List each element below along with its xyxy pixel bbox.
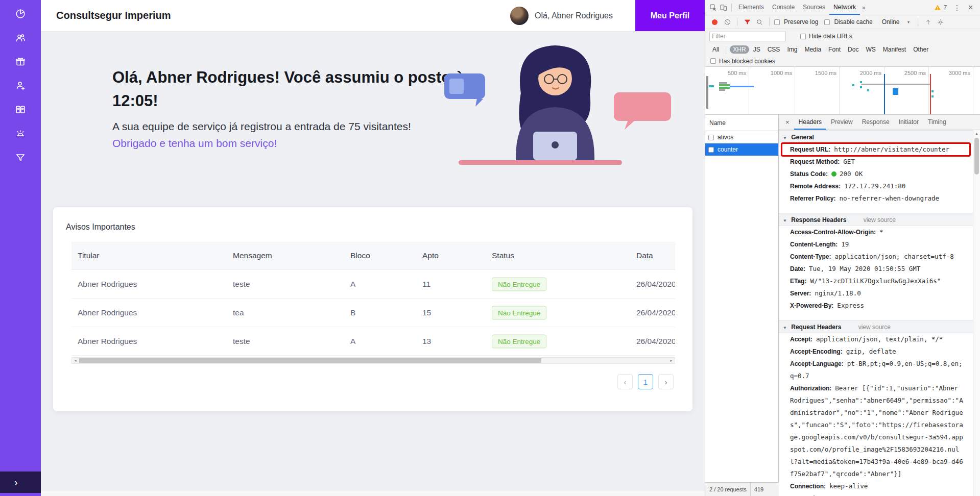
scroll-right-icon[interactable]: ► <box>668 358 675 363</box>
scroll-up-icon[interactable]: ▲ <box>973 130 980 137</box>
pagination: ‹ 1 › <box>617 374 674 389</box>
funnel-icon[interactable] <box>15 152 26 163</box>
header-row: Accept-Language:pt-BR,pt;q=0.9,en-US;q=0… <box>779 358 973 382</box>
person-add-icon[interactable] <box>15 80 26 91</box>
disable-cache-checkbox[interactable] <box>824 19 830 25</box>
filter-icon[interactable] <box>742 17 752 27</box>
table-row[interactable]: Abner Rodrigues teste A 13 Não Entregue … <box>71 327 675 356</box>
scrollbar-thumb[interactable] <box>79 358 541 363</box>
col-data: Data <box>636 251 653 260</box>
header-row: Content-Type:application/json; charset=u… <box>779 251 973 263</box>
devtools-tab-sources[interactable]: Sources <box>799 0 829 15</box>
search-icon[interactable] <box>754 17 764 27</box>
table-horizontal-scrollbar[interactable]: ◄ ► <box>71 357 675 364</box>
type-filter-ws[interactable]: WS <box>863 45 878 54</box>
network-overview-timeline[interactable]: 500 ms 1000 ms 1500 ms 2000 ms 2500 ms 3… <box>705 67 980 115</box>
col-titular: Titular <box>78 251 100 260</box>
section-request-headers[interactable]: ▼ Request Headers view source <box>779 320 973 333</box>
pagination-prev-button[interactable]: ‹ <box>617 374 633 389</box>
has-blocked-cookies-checkbox[interactable] <box>710 58 716 64</box>
user-avatar[interactable] <box>510 7 529 25</box>
requests-name-column-header[interactable]: Name <box>705 115 778 131</box>
scroll-left-icon[interactable]: ◄ <box>72 358 79 363</box>
triangle-down-icon: ▼ <box>783 136 787 140</box>
header-row: ETag:W/"13-zcDT1iLK7DgxlucRwGgJexXai6s" <box>779 275 973 287</box>
inspect-element-icon[interactable] <box>708 3 719 13</box>
details-scrollbar[interactable]: ▲ <box>973 130 980 496</box>
request-checkbox[interactable] <box>708 135 714 140</box>
devtools-close-icon[interactable]: ✕ <box>964 4 977 11</box>
more-tabs-icon[interactable]: » <box>860 4 868 11</box>
requests-transferred: 419 <box>754 486 763 492</box>
sidebar-expand-button[interactable]: › <box>0 472 41 493</box>
guide-book-icon[interactable] <box>15 104 26 115</box>
devtools-tab-console[interactable]: Console <box>768 0 799 15</box>
chevron-down-icon: ▼ <box>906 20 910 24</box>
pie-chart-icon[interactable] <box>15 8 26 19</box>
pagination-next-button[interactable]: › <box>658 374 674 389</box>
page-scrollbar-strip[interactable] <box>41 490 705 496</box>
pagination-page-1[interactable]: 1 <box>638 374 653 389</box>
cell-apto: 13 <box>422 337 431 346</box>
waterfall-bar <box>719 84 730 86</box>
network-filter-input[interactable] <box>709 32 786 41</box>
team-icon[interactable] <box>15 32 26 43</box>
siren-icon[interactable] <box>15 128 26 139</box>
waterfall-dot <box>860 86 862 88</box>
details-close-icon[interactable]: × <box>781 118 794 126</box>
clear-icon[interactable] <box>722 17 732 27</box>
table-row[interactable]: Abner Rodrigues teste A 11 Não Entregue … <box>71 270 675 299</box>
devtools-tab-elements[interactable]: Elements <box>734 0 768 15</box>
preserve-log-label: Preserve log <box>784 18 818 26</box>
scrollbar-thumb[interactable] <box>974 138 979 175</box>
details-tab-headers[interactable]: Headers <box>794 115 826 130</box>
view-source-link[interactable]: view source <box>858 324 891 331</box>
hide-data-urls-label: Hide data URLs <box>809 33 852 40</box>
timeline-tick: 1000 ms <box>749 67 795 115</box>
type-filter-doc[interactable]: Doc <box>845 45 862 54</box>
waterfall-bar <box>893 88 898 95</box>
import-har-icon[interactable] <box>923 17 933 27</box>
gift-icon[interactable] <box>15 56 26 67</box>
section-general[interactable]: ▼ General <box>779 130 973 143</box>
table-row[interactable]: Abner Rodrigues tea B 15 Não Entregue 26… <box>71 299 675 327</box>
type-filter-font[interactable]: Font <box>825 45 844 54</box>
devtools-tab-network[interactable]: Network <box>829 0 860 15</box>
type-filter-xhr[interactable]: XHR <box>730 45 749 54</box>
warning-count: 7 <box>943 4 947 11</box>
details-tab-response[interactable]: Response <box>857 115 894 130</box>
devtools-menu-icon[interactable]: ⋮ <box>950 4 964 12</box>
section-response-headers[interactable]: ▼ Response Headers view source <box>779 213 973 226</box>
device-toolbar-icon[interactable] <box>719 3 729 13</box>
details-tab-preview[interactable]: Preview <box>826 115 857 130</box>
screen: › Consultsegur Imperium Olá, Abner Rodri… <box>0 0 980 496</box>
view-source-link[interactable]: view source <box>864 216 896 224</box>
hide-data-urls-checkbox[interactable] <box>800 34 806 39</box>
request-row-counter[interactable]: counter <box>705 143 778 156</box>
chevron-right-icon: › <box>14 477 18 488</box>
throttling-select[interactable]: Online ▼ <box>882 18 911 26</box>
app-title: Consultsegur Imperium <box>56 10 171 21</box>
profile-button[interactable]: Meu Perfil <box>635 0 705 31</box>
type-filter-js[interactable]: JS <box>750 45 763 54</box>
waterfall-dot <box>852 84 854 86</box>
type-filter-all[interactable]: All <box>709 45 722 54</box>
request-row-ativos[interactable]: ativos <box>705 131 778 143</box>
type-filter-media[interactable]: Media <box>801 45 824 54</box>
details-tab-timing[interactable]: Timing <box>923 115 951 130</box>
waterfall-bar <box>719 89 725 91</box>
type-filter-other[interactable]: Other <box>910 45 931 54</box>
request-checkbox[interactable] <box>708 147 714 153</box>
network-settings-icon[interactable] <box>935 17 945 27</box>
record-icon[interactable] <box>712 19 718 25</box>
console-warnings-badge[interactable]: 7 <box>934 4 947 11</box>
type-filter-css[interactable]: CSS <box>764 45 783 54</box>
details-tab-initiator[interactable]: Initiator <box>894 115 923 130</box>
type-filter-manifest[interactable]: Manifest <box>880 45 909 54</box>
preserve-log-checkbox[interactable] <box>774 19 780 25</box>
section-title: General <box>791 134 814 141</box>
devtools-panel: Elements Console Sources Network » 7 ⋮ ✕ <box>705 0 980 496</box>
col-mensagem: Mensagem <box>233 251 272 260</box>
cell-titular: Abner Rodrigues <box>78 308 137 317</box>
type-filter-img[interactable]: Img <box>784 45 800 54</box>
